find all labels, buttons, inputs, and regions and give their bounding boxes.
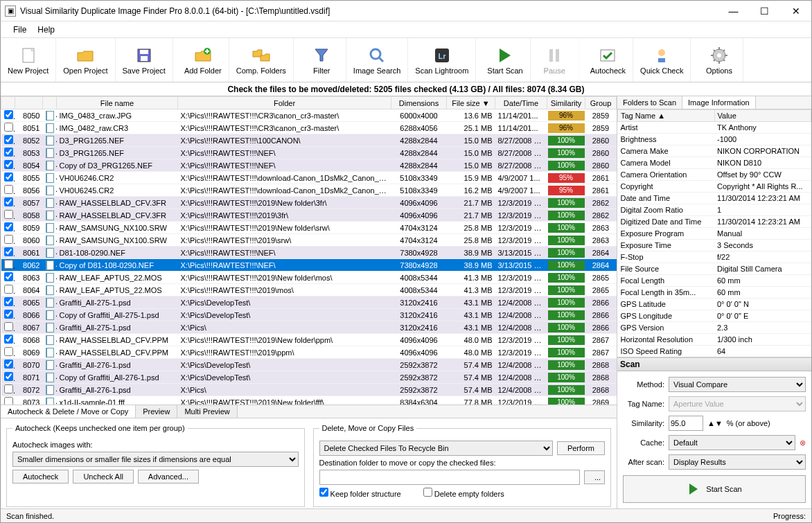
right-tab[interactable]: Folders to Scan [617, 96, 682, 109]
col-header[interactable]: File size ▼ [447, 97, 495, 109]
table-row[interactable]: 8050IMG_0483_craw.JPGX:\Pics\!!!RAWTEST!… [1, 109, 617, 122]
table-row[interactable]: 8069RAW_HASSELBLAD_CFV.PPMX:\Pics\!!!RAW… [1, 346, 617, 359]
tag-row[interactable]: Camera MakeNIKON CORPORATION [618, 145, 811, 157]
table-row[interactable]: 8073x1d-II-sample-01.fffX:\Pics\!!!RAWTE… [1, 396, 617, 405]
tag-row[interactable]: GPS Latitude0° 0' 0" N [618, 299, 811, 310]
row-checkbox[interactable] [4, 197, 13, 206]
similarity-input[interactable] [669, 416, 703, 431]
row-checkbox[interactable] [4, 185, 13, 194]
row-checkbox[interactable] [4, 222, 13, 231]
tag-row[interactable]: File SourceDigital Still Camera [618, 263, 811, 275]
toolbar-search[interactable]: Image Search [346, 38, 408, 82]
autocheck-rule-select[interactable]: Smaller dimensions or smaller file sizes… [12, 452, 299, 467]
table-row[interactable]: 8052D3_PRG1265.NEFX:\Pics\!!!RAWTEST!!!\… [1, 134, 617, 147]
table-row[interactable]: 8068RAW_HASSELBLAD_CFV.PPMX:\Pics\!!!RAW… [1, 334, 617, 346]
tag-row[interactable]: Horizontal Resolution1/300 inch [618, 334, 811, 346]
row-checkbox[interactable] [4, 347, 13, 356]
table-row[interactable]: 8071Copy of Graffiti_All-276-1.psdX:\Pic… [1, 371, 617, 384]
autocheck-button[interactable]: Autocheck [12, 470, 69, 484]
col-header[interactable]: Folder [178, 97, 391, 109]
results-grid[interactable]: File nameFolderDimensionsFile size ▼Date… [1, 96, 617, 405]
toolbar-lightroom[interactable]: LrScan Lightroom [408, 38, 476, 82]
row-checkbox[interactable] [4, 172, 13, 181]
row-checkbox[interactable] [4, 360, 13, 369]
tag-row[interactable]: Digitized Date and Time11/30/2014 12:23:… [618, 216, 811, 228]
tag-row[interactable]: F-Stopf/22 [618, 251, 811, 263]
tagname-select[interactable]: Aperture Value [669, 396, 806, 411]
row-checkbox[interactable] [4, 160, 13, 169]
toolbar-play[interactable]: Start Scan [480, 38, 530, 82]
perform-button[interactable]: Perform [557, 441, 605, 455]
toolbar-options[interactable]: Options [695, 38, 743, 82]
row-checkbox[interactable] [4, 110, 13, 119]
row-checkbox[interactable] [4, 372, 13, 381]
menu-file[interactable]: File [8, 23, 32, 37]
table-row[interactable]: 8065Graffiti_All-275-1.psdX:\Pics\Develo… [1, 296, 617, 309]
row-checkbox[interactable] [4, 384, 13, 393]
tag-row[interactable]: Camera OrientationOffset by 90° CCW [618, 169, 811, 181]
table-row[interactable]: 8053D3_PRG1265.NEFX:\Pics\!!!RAWTEST!!!\… [1, 147, 617, 159]
toolbar-quickcheck[interactable]: Quick Check [633, 38, 691, 82]
col-header[interactable] [43, 97, 57, 109]
col-header[interactable]: Similarity [547, 97, 585, 109]
tag-row[interactable]: ISO Speed Rating64 [618, 346, 811, 357]
browse-button[interactable]: ... [584, 470, 605, 484]
delete-action-select[interactable]: Delete Checked Files To Recycle Bin [319, 441, 553, 456]
minimize-button[interactable]: — [718, 1, 749, 21]
cache-clear-icon[interactable]: ⊗ [800, 438, 806, 447]
toolbar-addfolder[interactable]: Add Folder [177, 38, 229, 82]
table-row[interactable]: 8062Copy of D81-108-0290.NEFX:\Pics\!!!R… [1, 259, 617, 272]
table-row[interactable]: 8057RAW_HASSELBLAD_CFV.3FRX:\Pics\!!!RAW… [1, 197, 617, 209]
keep-folder-checkbox[interactable]: Keep folder structure [319, 488, 401, 498]
tag-row[interactable]: Exposure ProgramManual [618, 228, 811, 240]
start-scan-button[interactable]: Start Scan [623, 475, 806, 503]
col-header[interactable]: Group [585, 97, 617, 109]
col-header[interactable] [15, 97, 43, 109]
after-scan-select[interactable]: Display Results [669, 454, 806, 470]
row-checkbox[interactable] [4, 322, 13, 331]
row-checkbox[interactable] [4, 210, 13, 219]
toolbar-new[interactable]: New Project [1, 38, 56, 82]
maximize-button[interactable]: ☐ [749, 1, 780, 21]
tag-row[interactable]: Date and Time11/30/2014 12:23:21 AM [618, 193, 811, 204]
col-header[interactable]: Date/Time [495, 97, 547, 109]
table-row[interactable]: 8056VH0U6245.CR2X:\Pics\!!!RAWTEST!!!\do… [1, 184, 617, 197]
toolbar-open[interactable]: Open Project [56, 38, 115, 82]
tag-row[interactable]: GPS Longitude0° 0' 0" E [618, 310, 811, 322]
table-row[interactable]: 8064RAW_LEAF_APTUS_22.MOSX:\Pics\!!!RAWT… [1, 284, 617, 296]
advanced-button[interactable]: Advanced... [138, 470, 199, 484]
table-row[interactable]: 8051IMG_0482_raw.CR3X:\Pics\!!!RAWTEST!!… [1, 122, 617, 134]
table-row[interactable]: 8067Graffiti_All-275-1.psdX:\Pics\3120x2… [1, 321, 617, 334]
row-checkbox[interactable] [4, 297, 13, 306]
tag-row[interactable]: Focal Length60 mm [618, 275, 811, 287]
table-row[interactable]: 8061D81-108-0290.NEFX:\Pics\!!!RAWTEST!!… [1, 247, 617, 259]
table-row[interactable]: 8058RAW_HASSELBLAD_CFV.3FRX:\Pics\!!!RAW… [1, 209, 617, 222]
tag-row[interactable]: Focal Length in 35m...60 mm [618, 287, 811, 299]
table-row[interactable]: 8055VH0U6246.CR2X:\Pics\!!!RAWTEST!!!\do… [1, 172, 617, 184]
menu-help[interactable]: Help [32, 23, 60, 37]
table-row[interactable]: 8066Copy of Graffiti_All-275-1.psdX:\Pic… [1, 309, 617, 321]
col-header[interactable]: File name [57, 97, 178, 109]
table-row[interactable]: 8063RAW_LEAF_APTUS_22.MOSX:\Pics\!!!RAWT… [1, 272, 617, 284]
tag-row[interactable]: Exposure Time3 Seconds [618, 240, 811, 251]
col-header[interactable]: Dimensions [391, 97, 447, 109]
row-checkbox[interactable] [4, 135, 13, 144]
toolbar-filter[interactable]: Filter [298, 38, 346, 82]
row-checkbox[interactable] [4, 272, 13, 281]
tag-row[interactable]: GPS Version2.3 [618, 322, 811, 334]
table-row[interactable]: 8060RAW_SAMSUNG_NX100.SRWX:\Pics\!!!RAWT… [1, 234, 617, 247]
bottom-tab[interactable]: Preview [136, 405, 177, 418]
uncheck-all-button[interactable]: Uncheck All [73, 470, 133, 484]
table-row[interactable]: 8072Graffiti_All-276-1.psdX:\Pics\2592x3… [1, 384, 617, 396]
delete-empty-checkbox[interactable]: Delete empty folders [423, 488, 504, 498]
tag-row[interactable]: Brightness-1000 [618, 134, 811, 145]
toolbar-autocheck[interactable]: Autocheck [583, 38, 633, 82]
col-header[interactable] [1, 97, 15, 109]
row-checkbox[interactable] [4, 285, 13, 294]
tag-row[interactable]: Digital Zoom Ratio1 [618, 204, 811, 216]
tag-value-header[interactable]: Value [714, 110, 811, 122]
tag-row[interactable]: ArtistTK Anthony [618, 122, 811, 134]
table-row[interactable]: 8059RAW_SAMSUNG_NX100.SRWX:\Pics\!!!RAWT… [1, 222, 617, 234]
table-row[interactable]: 8070Graffiti_All-276-1.psdX:\Pics\Develo… [1, 359, 617, 371]
row-checkbox[interactable] [4, 397, 13, 405]
